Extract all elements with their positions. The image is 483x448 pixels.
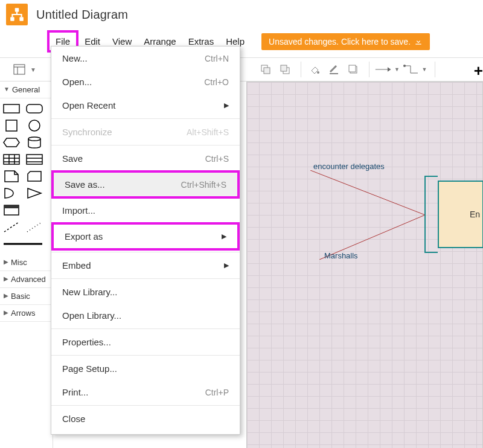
menu-synchronize: SynchronizeAlt+Shift+S (51, 120, 240, 144)
shape-blank[interactable] (25, 203, 43, 217)
category-misc[interactable]: ▶Misc (0, 254, 53, 271)
category-advanced[interactable]: ▶Advanced (0, 271, 53, 288)
category-general[interactable]: ▼General (0, 82, 53, 98)
bracket-shape[interactable] (424, 176, 438, 253)
svg-marker-30 (28, 188, 41, 198)
shape-table[interactable] (2, 153, 21, 166)
layout-dropdown-icon[interactable]: ▼ (29, 61, 37, 78)
fill-color-button[interactable] (306, 61, 323, 78)
menu-import-label: Import... (62, 205, 95, 216)
download-icon (414, 37, 423, 46)
chevron-right-icon: ▶ (4, 309, 8, 316)
shape-rows[interactable] (25, 153, 43, 166)
shape-rect[interactable] (2, 102, 21, 115)
shadow-button[interactable] (345, 61, 362, 78)
menu-open-library[interactable]: Open Library... (51, 304, 240, 327)
connection-style-button[interactable]: ▼ (374, 61, 400, 78)
shape-roundrect[interactable] (25, 102, 43, 115)
menu-close[interactable]: Close (51, 407, 240, 430)
unsaved-changes-label: Unsaved changes. Click here to save. (269, 37, 411, 46)
svg-rect-11 (330, 73, 338, 74)
unsaved-changes-banner[interactable]: Unsaved changes. Click here to save. (261, 33, 430, 50)
menu-synchronize-shortcut: Alt+Shift+S (187, 127, 229, 137)
menu-open-recent[interactable]: Open Recent▶ (51, 94, 240, 117)
connector-delegates[interactable] (310, 170, 425, 215)
menu-export-as[interactable]: Export as▶ (51, 222, 240, 251)
toolbar-separator (369, 62, 369, 77)
document-title[interactable]: Untitled Diagram (36, 8, 128, 22)
entity-box[interactable]: En (438, 181, 483, 248)
shape-square[interactable] (2, 119, 21, 132)
svg-rect-16 (4, 104, 19, 113)
menu-save-as-label: Save as... (65, 179, 105, 190)
label-delegates[interactable]: encounter delegates (313, 162, 385, 171)
shape-card[interactable] (25, 170, 43, 183)
shape-cylinder[interactable] (25, 136, 43, 149)
menu-export-as-label: Export as (65, 231, 103, 242)
shape-note[interactable] (2, 170, 21, 183)
svg-rect-13 (349, 65, 356, 72)
menu-separator (51, 355, 240, 356)
menu-separator (51, 145, 240, 146)
layout-button[interactable] (11, 61, 28, 78)
toolbar-separator (301, 62, 301, 77)
svg-line-33 (4, 222, 19, 232)
shape-circle[interactable] (25, 119, 43, 132)
menu-new-library-label: New Library... (62, 287, 117, 297)
menu-synchronize-label: Synchronize (62, 127, 112, 137)
menu-new-library[interactable]: New Library... (51, 280, 240, 304)
to-back-button[interactable] (277, 61, 293, 78)
svg-rect-32 (4, 205, 19, 208)
category-misc-label: Misc (11, 258, 27, 267)
menu-save-as[interactable]: Save as...Ctrl+Shift+S (51, 170, 240, 199)
app-logo (6, 4, 28, 25)
shape-halfcircle[interactable] (2, 187, 21, 200)
menu-separator (51, 405, 240, 406)
svg-rect-2 (19, 17, 24, 21)
menu-open[interactable]: Open...Ctrl+O (51, 70, 240, 94)
menu-print-shortcut: Ctrl+P (205, 388, 229, 397)
shape-dotted-line[interactable] (25, 220, 43, 234)
shape-window[interactable] (2, 203, 21, 217)
menu-separator (51, 118, 240, 119)
add-button[interactable]: + (474, 62, 483, 80)
shape-triangle[interactable] (25, 187, 43, 200)
menu-import[interactable]: Import... (51, 199, 240, 222)
menu-save-shortcut: Ctrl+S (205, 154, 229, 164)
svg-rect-17 (27, 104, 42, 113)
menu-open-shortcut: Ctrl+O (204, 77, 229, 87)
general-shapes (0, 98, 53, 254)
menu-properties[interactable]: Properties... (51, 330, 240, 354)
category-basic-label: Basic (11, 292, 30, 301)
category-advanced-label: Advanced (11, 275, 46, 284)
to-front-button[interactable] (257, 61, 274, 78)
title-bar: Untitled Diagram (0, 0, 483, 25)
label-marshalls[interactable]: Marshalls (324, 251, 358, 260)
svg-rect-0 (15, 8, 19, 12)
chevron-right-icon: ▶ (4, 292, 8, 299)
menu-separator (51, 252, 240, 252)
menu-embed[interactable]: Embed▶ (51, 254, 240, 277)
shape-hexagon[interactable] (2, 136, 21, 149)
shape-thick-line[interactable] (2, 237, 43, 251)
waypoint-style-button[interactable]: ▼ (402, 61, 427, 78)
chevron-right-icon: ▶ (4, 258, 8, 265)
category-basic[interactable]: ▶Basic (0, 288, 53, 305)
chevron-down-icon: ▼ (4, 86, 10, 92)
menu-properties-label: Properties... (62, 337, 111, 347)
submenu-arrow-icon: ▶ (224, 101, 229, 109)
line-color-button[interactable] (325, 61, 342, 78)
svg-line-34 (27, 222, 42, 232)
menu-separator (51, 278, 240, 279)
shape-dashed-line[interactable] (2, 220, 21, 234)
svg-rect-1 (10, 17, 14, 21)
category-arrows[interactable]: ▶Arrows (0, 305, 53, 322)
menu-print[interactable]: Print...Ctrl+P (51, 380, 240, 404)
menu-embed-label: Embed (62, 260, 91, 270)
menu-save[interactable]: SaveCtrl+S (51, 147, 240, 170)
menu-new[interactable]: New...Ctrl+N (51, 46, 240, 70)
toolbar-separator (435, 62, 435, 77)
canvas[interactable]: En encounter delegates Marshalls (246, 82, 483, 448)
menu-page-setup[interactable]: Page Setup... (51, 357, 240, 380)
category-general-label: General (12, 85, 40, 94)
